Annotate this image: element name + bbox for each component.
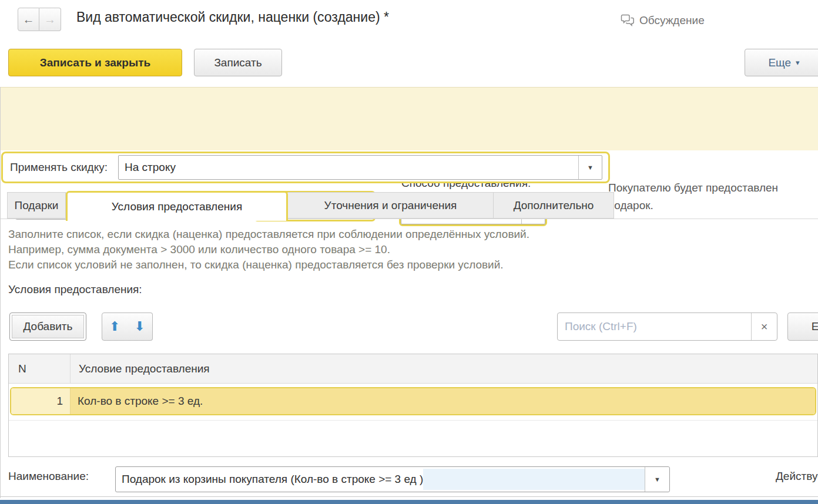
apply-discount-combobox[interactable]: На строку ▼ xyxy=(118,155,602,180)
conditions-description: Заполните список, если скидка (наценка) … xyxy=(8,227,529,273)
footer-separator xyxy=(0,496,818,497)
page-title: Вид автоматической скидки, наценки (созд… xyxy=(76,9,389,25)
name-label: Наименование: xyxy=(8,470,89,483)
save-button[interactable]: Записать xyxy=(194,49,282,76)
discussion-icon xyxy=(621,14,635,27)
window-bottom-border xyxy=(0,500,818,504)
tab-usloviya-predostavleniya[interactable]: Условия предоставления xyxy=(66,191,288,221)
row-condition-cell: Кол-во в строке >= 3 ед. xyxy=(71,388,815,414)
clear-search-icon[interactable]: × xyxy=(751,313,777,340)
nav-buttons: ← → xyxy=(18,8,61,31)
apply-discount-label: Применять скидку: xyxy=(3,161,118,174)
add-button[interactable]: Добавить xyxy=(9,313,86,341)
name-field[interactable]: Подарок из корзины покупателя (Кол-во в … xyxy=(115,466,670,492)
dropdown-arrow-icon[interactable]: ▼ xyxy=(645,467,669,492)
scope-panel: Опт Розница Везде Способ предоставления:… xyxy=(0,87,818,150)
chevron-down-icon: ▾ xyxy=(796,58,800,67)
search-input[interactable] xyxy=(558,313,751,340)
dropdown-arrow-icon[interactable]: ▼ xyxy=(578,156,602,179)
name-value: Подарок из корзины покупателя (Кол-во в … xyxy=(116,467,423,492)
column-header-n[interactable]: N xyxy=(9,354,71,383)
table-header: N Условие предоставления xyxy=(9,354,817,384)
back-button[interactable]: ← xyxy=(18,8,39,31)
tab-podarki[interactable]: Подарки xyxy=(7,192,66,219)
up-arrow-icon: ⬆ xyxy=(109,319,120,334)
discussion-link[interactable]: Обсуждение xyxy=(621,14,705,27)
description-line-2: Например, сумма документа > 3000 или кол… xyxy=(8,242,529,257)
apply-discount-group: Применять скидку: На строку ▼ xyxy=(1,152,610,183)
active-status-label: Действует xyxy=(776,470,818,483)
tab-utochneniya-i-ogranicheniya[interactable]: Уточнения и ограничения xyxy=(288,192,494,219)
column-header-condition[interactable]: Условие предоставления xyxy=(71,362,817,375)
form-left-border xyxy=(0,87,1,498)
forward-button[interactable]: → xyxy=(39,8,61,31)
tabstrip: Подарки Условия предоставления Уточнения… xyxy=(0,191,818,219)
forward-icon: → xyxy=(44,13,56,26)
search-box: × xyxy=(557,313,777,341)
description-line-3: Если список условий не заполнен, то скид… xyxy=(8,257,529,273)
conditions-table: N Условие предоставления 1 Кол-во в стро… xyxy=(8,354,818,457)
row-number-cell: 1 xyxy=(11,388,71,414)
form-window: ← → Вид автоматической скидки, наценки (… xyxy=(0,0,818,504)
move-down-button[interactable]: ⬇ xyxy=(127,313,153,341)
conditions-list-label: Условия предоставления: xyxy=(8,283,142,296)
description-line-1: Заполните список, если скидка (наценка) … xyxy=(8,227,529,242)
empty-row xyxy=(9,415,817,421)
apply-discount-value: На строку xyxy=(119,156,578,179)
name-selection-highlight xyxy=(423,469,645,490)
move-up-button[interactable]: ⬆ xyxy=(102,313,128,341)
save-close-button[interactable]: Записать и закрыть xyxy=(8,49,182,76)
more-button-top[interactable]: Еще ▾ xyxy=(745,49,818,76)
more-label: Еще xyxy=(768,56,791,69)
back-icon: ← xyxy=(23,13,35,26)
down-arrow-icon: ⬇ xyxy=(134,319,145,334)
tab-dopolnitelno[interactable]: Дополнительно xyxy=(494,192,614,219)
table-row[interactable]: 1 Кол-во в строке >= 3 ед. xyxy=(10,387,816,415)
discussion-label: Обсуждение xyxy=(639,14,705,27)
titlebar: ← → Вид автоматической скидки, наценки (… xyxy=(0,0,818,41)
more-button-list[interactable]: Еще xyxy=(787,313,818,341)
